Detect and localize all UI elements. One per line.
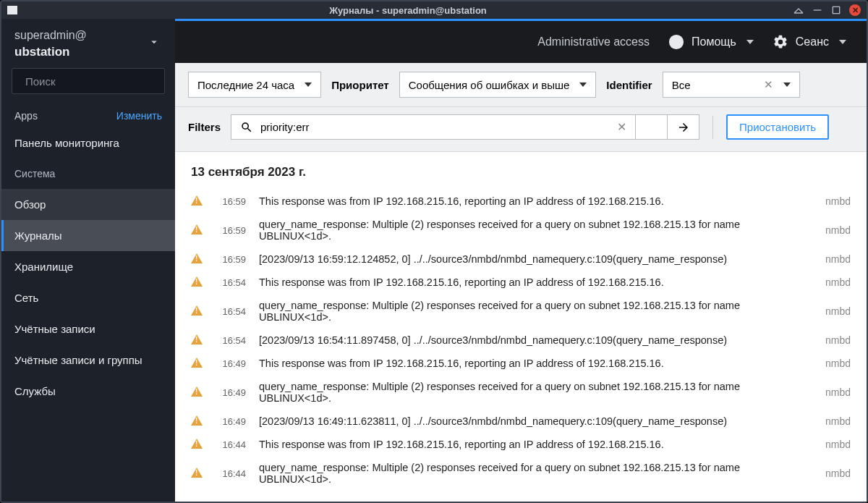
log-service: nmbd <box>825 276 851 288</box>
log-message: This response was from IP 192.168.215.16… <box>259 276 812 288</box>
log-date-header: 13 сентября 2023 г. <box>191 165 851 179</box>
admin-access-label: Administrative access <box>537 35 650 48</box>
log-time: 16:49 <box>216 416 246 427</box>
app-icon <box>7 6 17 14</box>
log-time: 16:59 <box>216 225 246 236</box>
log-time: 16:49 <box>216 387 246 398</box>
content-area: superadmin@ ubstation Apps Изменить Пане… <box>1 19 867 502</box>
titlebar: Журналы - superadmin@ubstation ✕ <box>1 1 867 19</box>
warning-icon <box>191 276 203 288</box>
topbar: Administrative access Помощь Сеанс <box>175 21 867 63</box>
filter-search-input[interactable] <box>260 121 610 133</box>
log-row[interactable]: 16:59 [2023/09/13 16:59:12.124852, 0] ..… <box>191 248 851 271</box>
log-service: nmbd <box>825 358 851 369</box>
log-row[interactable]: 16:44 This response was from IP 192.168.… <box>191 433 851 456</box>
window-minimize-button[interactable] <box>812 4 823 16</box>
window-tray-icon[interactable] <box>793 4 804 16</box>
log-row[interactable]: 16:54 This response was from IP 192.168.… <box>191 271 851 294</box>
log-row[interactable]: 16:59 This response was from IP 192.168.… <box>191 190 851 213</box>
filter-options-button[interactable] <box>636 114 668 140</box>
nav-logs[interactable]: Журналы <box>1 220 175 251</box>
sidebar-search-wrap <box>1 68 175 103</box>
identifier-dropdown[interactable]: Все ✕ <box>663 72 800 98</box>
sidebar-search-input[interactable] <box>25 75 163 88</box>
filters-row-primary: Последние 24 часа Приоритет Сообщения об… <box>175 63 867 107</box>
nav-network[interactable]: Сеть <box>1 282 175 313</box>
log-time: 16:59 <box>216 254 246 265</box>
log-message: This response was from IP 192.168.215.16… <box>259 358 812 369</box>
apps-header: Apps Изменить <box>1 103 175 127</box>
log-row[interactable]: 16:59 query_name_response: Multiple (2) … <box>191 213 851 248</box>
nav-storage[interactable]: Хранилище <box>1 251 175 282</box>
chevron-down-icon <box>148 35 161 51</box>
nav-accounts-groups[interactable]: Учётные записи и группы <box>1 345 175 376</box>
log-time: 16:49 <box>216 358 246 369</box>
priority-dropdown[interactable]: Сообщения об ошибках и выше <box>399 72 597 98</box>
help-menu[interactable]: Помощь <box>668 34 754 50</box>
log-row[interactable]: 16:44 query_name_response: Multiple (2) … <box>191 456 851 491</box>
log-message: [2023/09/13 16:59:12.124852, 0] ../../so… <box>259 253 812 265</box>
log-message: query_name_response: Multiple (2) respon… <box>259 462 812 485</box>
arrow-right-icon <box>677 121 690 134</box>
warning-icon <box>191 305 203 317</box>
main: Administrative access Помощь Сеанс После… <box>175 19 867 502</box>
log-row[interactable]: 16:49 [2023/09/13 16:49:11.623811, 0] ..… <box>191 410 851 433</box>
chevron-down-icon <box>746 40 754 44</box>
window-close-button[interactable]: ✕ <box>849 4 861 16</box>
sidebar-search[interactable] <box>12 68 165 94</box>
help-icon <box>668 34 684 50</box>
nav-dashboard[interactable]: Панель мониторинга <box>1 127 175 158</box>
log-message: [2023/09/13 16:54:11.897458, 0] ../../so… <box>259 334 812 346</box>
filter-apply-button[interactable] <box>668 114 699 140</box>
nav-list: Панель мониторинга Система Обзор Журналы… <box>1 127 175 407</box>
log-service: nmbd <box>825 195 851 207</box>
host-user: superadmin@ <box>14 29 162 42</box>
session-menu[interactable]: Сеанс <box>773 34 846 50</box>
log-time: 16:44 <box>216 468 246 479</box>
warning-icon <box>191 224 203 236</box>
window-maximize-button[interactable] <box>830 4 842 16</box>
log-service: nmbd <box>825 386 851 398</box>
identifier-label: Identifier <box>606 79 652 91</box>
pause-button[interactable]: Приостановить <box>726 114 829 140</box>
nav-services[interactable]: Службы <box>1 376 175 407</box>
clear-icon[interactable]: ✕ <box>617 120 626 134</box>
log-message: [2023/09/13 16:49:11.623811, 0] ../../so… <box>259 415 812 427</box>
sidebar: superadmin@ ubstation Apps Изменить Пане… <box>1 19 175 502</box>
log-area: 13 сентября 2023 г. 16:59 This response … <box>175 152 867 502</box>
svg-point-2 <box>670 35 683 48</box>
gear-icon <box>773 34 788 50</box>
priority-label: Приоритет <box>331 79 389 91</box>
nav-overview[interactable]: Обзор <box>1 189 175 220</box>
window-title: Журналы - superadmin@ubstation <box>23 5 793 16</box>
log-row[interactable]: 16:54 [2023/09/13 16:54:11.897458, 0] ..… <box>191 329 851 352</box>
chevron-down-icon <box>839 40 846 44</box>
log-message: query_name_response: Multiple (2) respon… <box>259 219 812 242</box>
warning-icon <box>191 468 203 479</box>
log-row[interactable]: 16:49 query_name_response: Multiple (2) … <box>191 375 851 410</box>
warning-icon <box>191 386 203 398</box>
warning-icon <box>191 334 203 346</box>
filter-search-field[interactable]: ✕ <box>231 114 636 140</box>
log-rows: 16:59 This response was from IP 192.168.… <box>191 190 851 491</box>
log-row[interactable]: 16:54 query_name_response: Multiple (2) … <box>191 294 851 329</box>
nav-system[interactable]: Система <box>1 158 175 189</box>
warning-icon <box>191 358 203 369</box>
apps-edit-link[interactable]: Изменить <box>116 110 162 122</box>
chevron-down-icon <box>305 83 312 87</box>
time-range-dropdown[interactable]: Последние 24 часа <box>188 72 321 98</box>
help-label: Помощь <box>692 35 736 48</box>
log-service: nmbd <box>825 253 851 265</box>
admin-access-link[interactable]: Administrative access <box>537 35 650 48</box>
host-switcher[interactable]: superadmin@ ubstation <box>1 19 175 68</box>
log-row[interactable]: 16:49 This response was from IP 192.168.… <box>191 352 851 375</box>
filters-row-secondary: Filters ✕ Приостановить <box>175 107 867 152</box>
session-label: Сеанс <box>796 35 829 48</box>
nav-accounts[interactable]: Учётные записи <box>1 313 175 345</box>
log-service: nmbd <box>825 415 851 427</box>
log-message: This response was from IP 192.168.215.16… <box>259 439 812 450</box>
apps-label: Apps <box>14 110 38 122</box>
log-service: nmbd <box>825 334 851 346</box>
filters-label: Filters <box>188 121 221 133</box>
clear-icon[interactable]: ✕ <box>764 78 773 91</box>
